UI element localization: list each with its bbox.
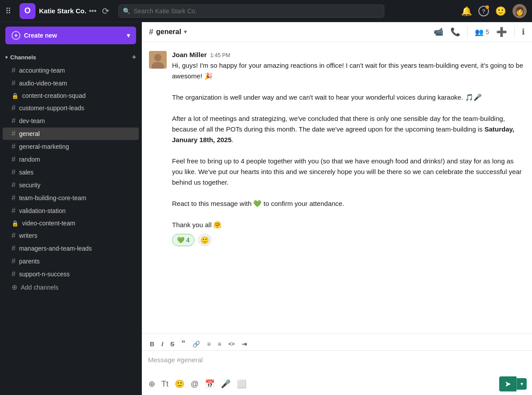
sidebar-item-audio-video-team[interactable]: #audio-video-team bbox=[3, 77, 139, 89]
workspace-name[interactable]: Katie Stark Co. ••• bbox=[39, 7, 97, 15]
create-new-button[interactable]: + Create new ▾ bbox=[5, 27, 136, 44]
sidebar-item-label: random bbox=[19, 156, 133, 163]
add-channels-item[interactable]: ⊕ Add channels bbox=[3, 281, 139, 294]
message-para-3: After a lot of meetings and strategizing… bbox=[172, 113, 525, 145]
sidebar-item-label: managers-and-team-leads bbox=[19, 245, 133, 252]
unordered-list-button[interactable]: ≡ bbox=[215, 339, 224, 349]
sidebar-item-accounting-team[interactable]: #accounting-team bbox=[3, 64, 139, 77]
add-member-icon[interactable]: ➕ bbox=[496, 27, 507, 37]
emoji-icon[interactable]: 🙂 bbox=[495, 6, 506, 16]
emoji-picker-icon[interactable]: 🙂 bbox=[173, 378, 186, 390]
user-avatar[interactable]: 👩 bbox=[512, 4, 527, 18]
sidebar-item-support-n-success[interactable]: #support-n-success bbox=[3, 268, 139, 280]
message-item: Joan Miller 1:45 PM Hi, guys! I'm so hap… bbox=[149, 51, 525, 246]
hash-icon: # bbox=[12, 181, 16, 189]
sidebar-item-sales[interactable]: #sales bbox=[3, 166, 139, 178]
message-header: Joan Miller 1:45 PM bbox=[172, 51, 525, 58]
composer-input-area[interactable]: Message #general bbox=[142, 351, 532, 373]
history-icon[interactable]: ⟳ bbox=[102, 6, 110, 16]
reaction-heart[interactable]: 💚 4 bbox=[172, 234, 195, 246]
sidebar-item-managers-and-team-leads[interactable]: #managers-and-team-leads bbox=[3, 242, 139, 255]
sidebar-item-label: customer-support-leads bbox=[19, 105, 133, 112]
mention-icon[interactable]: @ bbox=[189, 378, 200, 390]
message-body: Joan Miller 1:45 PM Hi, guys! I'm so hap… bbox=[172, 51, 525, 246]
sidebar-item-content-creation-squad[interactable]: 🔒content-creation-squad bbox=[3, 90, 139, 101]
sidebar-item-team-building-core-team[interactable]: #team-building-core-team bbox=[3, 192, 139, 204]
send-options-button[interactable]: ▾ bbox=[516, 378, 527, 390]
send-button[interactable]: ➤ bbox=[499, 376, 516, 391]
search-icon: 🔍 bbox=[123, 8, 130, 15]
format-icon[interactable]: Tt bbox=[160, 378, 170, 390]
message-avatar bbox=[149, 51, 167, 69]
code-button[interactable]: <> bbox=[226, 339, 237, 349]
italic-button[interactable]: I bbox=[159, 339, 166, 349]
sidebar-item-general[interactable]: #general bbox=[3, 128, 139, 140]
indent-button[interactable]: ⇥ bbox=[239, 339, 250, 349]
workspace-logo[interactable]: O bbox=[20, 3, 35, 19]
sidebar-item-label: audio-video-team bbox=[19, 80, 133, 87]
hash-icon: # bbox=[12, 66, 16, 74]
create-new-plus-icon: + bbox=[12, 31, 20, 40]
notifications-icon[interactable]: 🔔 bbox=[461, 6, 472, 16]
sidebar-item-dev-team[interactable]: #dev-team bbox=[3, 115, 139, 127]
channels-section: ▾ Channels + #accounting-team#audio-vide… bbox=[0, 49, 141, 296]
hash-icon: # bbox=[12, 143, 16, 151]
sidebar-item-general-marketing[interactable]: #general-marketing bbox=[3, 140, 139, 153]
message-input[interactable]: Message #general bbox=[148, 356, 526, 367]
sidebar-item-writers[interactable]: #writers bbox=[3, 229, 139, 242]
quote-button[interactable]: " bbox=[179, 337, 188, 350]
video-call-icon[interactable]: 📹 bbox=[434, 27, 443, 37]
sidebar-item-label: team-building-core-team bbox=[19, 194, 133, 201]
logo-letter: O bbox=[24, 6, 31, 15]
lock-icon: 🔒 bbox=[12, 93, 19, 99]
message-text: Hi, guys! I'm so happy for your amazing … bbox=[172, 60, 525, 230]
workspace-more-icon[interactable]: ••• bbox=[89, 7, 97, 15]
channel-chevron-icon: ▾ bbox=[184, 29, 187, 35]
create-new-chevron-icon: ▾ bbox=[127, 32, 130, 39]
sidebar-item-parents[interactable]: #parents bbox=[3, 255, 139, 267]
calendar-icon[interactable]: 📅 bbox=[203, 378, 216, 390]
messages-area: Joan Miller 1:45 PM Hi, guys! I'm so hap… bbox=[142, 42, 532, 333]
channels-collapse-icon: ▾ bbox=[5, 55, 8, 60]
apps-grid-icon[interactable]: ⠿ bbox=[5, 6, 16, 16]
audio-call-icon[interactable]: 📞 bbox=[450, 27, 460, 37]
add-reaction-button[interactable]: 🙂 bbox=[198, 234, 211, 246]
send-button-group: ➤ ▾ bbox=[499, 376, 527, 391]
hash-icon: # bbox=[12, 155, 16, 163]
attach-icon[interactable]: ⊕ bbox=[147, 378, 156, 390]
bold-button[interactable]: B bbox=[147, 339, 157, 349]
main-layout: + Create new ▾ ▾ Channels + #accounting-… bbox=[0, 22, 532, 395]
channel-info-icon[interactable]: ℹ bbox=[522, 27, 525, 37]
hash-icon: # bbox=[12, 117, 16, 125]
search-bar[interactable]: 🔍 bbox=[118, 4, 384, 18]
channels-section-header[interactable]: ▾ Channels + bbox=[0, 50, 141, 64]
sidebar-item-validation-station[interactable]: #validation-station bbox=[3, 205, 139, 217]
topbar: ⠿ O Katie Stark Co. ••• ⟳ 🔍 🔔 ? 🙂 👩 bbox=[0, 0, 532, 22]
sidebar-item-customer-support-leads[interactable]: #customer-support-leads bbox=[3, 102, 139, 114]
hash-icon: # bbox=[12, 130, 16, 138]
message-composer: B I S " 🔗 ≡ ≡ <> ⇥ Message #general ⊕ Tt… bbox=[142, 333, 532, 395]
add-channel-icon[interactable]: + bbox=[132, 53, 136, 61]
ordered-list-button[interactable]: ≡ bbox=[204, 339, 213, 349]
sidebar-item-label: writers bbox=[19, 232, 133, 239]
hash-icon: # bbox=[12, 232, 16, 240]
composer-placeholder: Message #general bbox=[148, 356, 203, 364]
sidebar-item-label: dev-team bbox=[19, 117, 133, 124]
link-button[interactable]: 🔗 bbox=[190, 339, 203, 349]
sidebar-item-label: validation-station bbox=[19, 207, 133, 214]
sidebar-item-video-content-team[interactable]: 🔒video-content-team bbox=[3, 217, 139, 229]
hash-icon: # bbox=[12, 168, 16, 176]
channel-name[interactable]: # general ▾ bbox=[149, 27, 187, 37]
sidebar-item-label: parents bbox=[19, 258, 133, 265]
search-input[interactable] bbox=[118, 4, 384, 18]
sidebar-item-random[interactable]: #random bbox=[3, 153, 139, 166]
channel-actions: 📹 📞 👥 5 ➕ ℹ bbox=[434, 27, 525, 37]
help-icon[interactable]: ? bbox=[478, 5, 489, 17]
composer-bottom-toolbar: ⊕ Tt 🙂 @ 📅 🎤 ⬜ ➤ ▾ bbox=[142, 373, 532, 395]
canvas-icon[interactable]: ⬜ bbox=[235, 378, 248, 390]
members-button[interactable]: 👥 5 bbox=[475, 28, 489, 36]
sidebar-item-security[interactable]: #security bbox=[3, 179, 139, 191]
audio-icon[interactable]: 🎤 bbox=[219, 378, 232, 390]
strikethrough-button[interactable]: S bbox=[168, 339, 177, 349]
topbar-actions: 🔔 ? 🙂 👩 bbox=[461, 4, 527, 18]
